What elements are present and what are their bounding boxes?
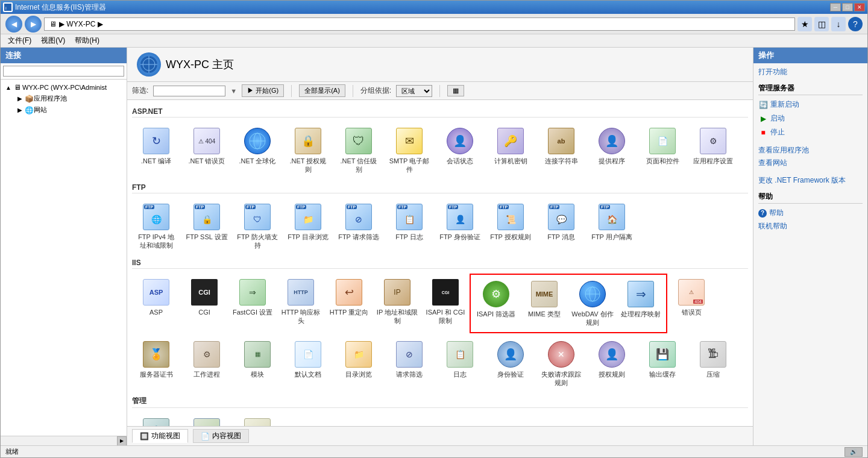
icon-box-connstr: ab xyxy=(547,127,576,155)
action-start[interactable]: ▶ 启动 xyxy=(758,111,863,125)
icon-connstr[interactable]: ab 连接字符串 xyxy=(537,122,585,178)
start-button[interactable]: ▶ 开始(G) xyxy=(242,84,284,97)
tab-feature-view[interactable]: 🔲 功能视图 xyxy=(132,429,188,443)
tree-toggle-server[interactable]: ▲ xyxy=(5,84,13,91)
start-link[interactable]: 启动 xyxy=(770,112,785,125)
icon-net-error[interactable]: ⚠ 404 .NET 错误页 xyxy=(183,122,231,178)
icon-box-ftp-filter: FTP ⊘ xyxy=(344,202,373,231)
tab-content-view[interactable]: 📄 内容视图 xyxy=(193,429,249,443)
action-stop[interactable]: ■ 停止 xyxy=(758,125,863,139)
website-icon: 🌐 xyxy=(25,106,34,114)
filter-input[interactable] xyxy=(153,86,225,96)
icon-module[interactable]: ▦ 模块 xyxy=(233,336,281,392)
icon-mime[interactable]: MIME MIME 类型 xyxy=(520,276,568,331)
view-button[interactable]: ▦ xyxy=(447,85,464,96)
icon-handler[interactable]: ⇒ 处理程序映射 xyxy=(617,276,665,331)
icon-compress[interactable]: 🗜 压缩 xyxy=(689,336,737,392)
icon-ftp-dir[interactable]: FTP 📁 FTP 目录浏览 xyxy=(284,198,332,254)
icon-ftp-log[interactable]: FTP 📋 FTP 日志 xyxy=(385,198,433,254)
online-help-link[interactable]: 联机帮助 xyxy=(758,220,863,233)
close-button[interactable]: ✕ xyxy=(854,3,865,11)
icon-work-process[interactable]: ⚙ 工作进程 xyxy=(183,336,231,392)
icon-box-net-auth: 🔒 xyxy=(294,127,322,155)
action-help[interactable]: ? 帮助 xyxy=(758,206,863,220)
view-apppool-link[interactable]: 查看应用程序池 xyxy=(758,144,863,157)
open-feature-link[interactable]: 打开功能 xyxy=(758,66,863,78)
icon-cfg-editor[interactable]: ✏ 配置编辑器 xyxy=(233,413,281,426)
icon-machinekey[interactable]: 🔑 计算机密钥 xyxy=(486,122,535,178)
icon-smtp[interactable]: ✉ SMTP 电子邮件 xyxy=(385,122,433,178)
forward-button[interactable]: ▶ xyxy=(25,16,42,33)
icon-server-cert[interactable]: 🏅 服务器证书 xyxy=(132,336,180,392)
icon-fastcgi[interactable]: ⇒ FastCGI 设置 xyxy=(228,274,277,321)
delegate-icon: 📋 xyxy=(143,418,169,426)
icon-log[interactable]: 📋 日志 xyxy=(436,336,484,392)
icon-auth[interactable]: 👤 身份验证 xyxy=(486,336,535,392)
icon-error-page[interactable]: ⚠ 404 错误页 xyxy=(667,274,715,321)
tree-toggle-website[interactable]: ▶ xyxy=(17,107,25,113)
restart-link[interactable]: 重新启动 xyxy=(770,98,799,111)
icon-ftp-ipv4[interactable]: FTP 🌐 FTP IPv4 地址和域限制 xyxy=(132,198,180,254)
nav-icon-3[interactable]: ↓ xyxy=(831,17,846,31)
icon-authrule[interactable]: 👤 授权规则 xyxy=(588,336,636,392)
icon-shared-cfg[interactable]: 📁 共享的配置 xyxy=(183,413,231,426)
back-button[interactable]: ◀ xyxy=(5,16,22,33)
icon-net-global[interactable]: .NET 全球化 xyxy=(233,122,281,178)
menu-help[interactable]: 帮助(H) xyxy=(70,34,104,47)
icon-net-trust[interactable]: 🛡 .NET 信任级别 xyxy=(335,122,383,178)
change-net-link[interactable]: 更改 .NET Framework 版本 xyxy=(758,174,863,187)
menu-view[interactable]: 视图(V) xyxy=(36,34,70,47)
icon-session[interactable]: 👤 会话状态 xyxy=(436,122,484,178)
showall-button[interactable]: 全部显示(A) xyxy=(299,84,345,97)
icon-ftp-ssl[interactable]: FTP 🔒 FTP SSL 设置 xyxy=(183,198,231,254)
icon-label-server-cert: 服务器证书 xyxy=(140,370,173,378)
icon-restrict[interactable]: ✕ 失败请求跟踪规则 xyxy=(537,336,585,392)
icon-ftp-firewall[interactable]: FTP 🛡 FTP 防火墙支持 xyxy=(233,198,281,254)
view-website-link[interactable]: 查看网站 xyxy=(758,157,863,169)
icon-dir-browse[interactable]: 📁 目录浏览 xyxy=(335,336,383,392)
sidebar-search-input[interactable] xyxy=(3,66,124,77)
stop-link[interactable]: 停止 xyxy=(770,126,785,139)
icon-cgi[interactable]: CGI CGI xyxy=(180,274,228,321)
icon-ftp-filter[interactable]: FTP ⊘ FTP 请求筛选 xyxy=(335,198,383,254)
icon-http-header[interactable]: HTTP HTTP 响应标头 xyxy=(277,274,325,330)
icon-http-redirect[interactable]: ↩ HTTP 重定向 xyxy=(325,274,373,321)
icon-default-doc[interactable]: 📄 默认文档 xyxy=(284,336,332,392)
tree-item-server[interactable]: ▲ 🖥 WYX-PC (WYX-PC\Administ xyxy=(1,82,127,93)
icon-ip-limit[interactable]: IP IP 地址和域限制 xyxy=(373,274,421,330)
help-link[interactable]: 帮助 xyxy=(769,207,784,219)
icon-asp[interactable]: ASP ASP xyxy=(132,274,180,321)
icon-providers[interactable]: 👤 提供程序 xyxy=(588,122,636,178)
icon-ftp-cert[interactable]: FTP 👤 FTP 身份验证 xyxy=(436,198,484,254)
icon-request-filter[interactable]: ⊘ 请求筛选 xyxy=(385,336,433,392)
minimize-button[interactable]: ─ xyxy=(830,3,841,11)
action-restart[interactable]: 🔄 重新启动 xyxy=(758,98,863,111)
icon-delegate[interactable]: 📋 功能委派 xyxy=(132,413,180,426)
icon-output-cache[interactable]: 💾 输出缓存 xyxy=(638,336,687,392)
icon-appsettings[interactable]: ⚙ 应用程序设置 xyxy=(689,122,737,178)
icon-ftp-user[interactable]: FTP 🏠 FTP 用户隔离 xyxy=(588,198,636,254)
group-select[interactable]: 区域 xyxy=(396,85,432,97)
maximize-button[interactable]: □ xyxy=(842,3,853,11)
tree-item-website[interactable]: ▶ 🌐 网站 xyxy=(1,104,127,116)
address-bar[interactable]: 🖥 ▶ WYX-PC ▶ xyxy=(44,17,795,31)
icon-ftp-message[interactable]: FTP 💬 FTP 消息 xyxy=(537,198,585,254)
icon-isapi-cgi[interactable]: CGI ISAPI 和 CGI 限制 xyxy=(421,274,470,330)
icon-label-ftp-log: FTP 日志 xyxy=(395,233,423,241)
icon-ftp-authrule[interactable]: FTP 📜 FTP 授权规则 xyxy=(486,198,535,254)
help-nav-icon[interactable]: ? xyxy=(848,17,863,31)
sidebar-scrollbar[interactable]: ▶ xyxy=(1,436,127,445)
menu-file[interactable]: 文件(F) xyxy=(3,34,36,47)
icon-net-compile[interactable]: ↻ .NET 编译 xyxy=(132,122,180,178)
icon-box-auth: 👤 xyxy=(496,340,525,369)
favorites-icon[interactable]: ★ xyxy=(797,17,812,31)
icon-net-auth[interactable]: 🔒 .NET 授权规则 xyxy=(284,122,332,178)
icon-label-ftp-firewall: FTP 防火墙支持 xyxy=(236,233,278,250)
nav-icon-2[interactable]: ◫ xyxy=(814,17,829,31)
icon-webdav[interactable]: WebDAV 创作规则 xyxy=(568,276,617,331)
icon-isapi-filter[interactable]: ⚙ ISAPI 筛选器 xyxy=(472,276,520,331)
icon-pagecontrol[interactable]: 📄 页面和控件 xyxy=(638,122,687,178)
tree-item-apppool[interactable]: ▶ 📦 应用程序池 xyxy=(1,93,127,104)
icon-box-default-doc: 📄 xyxy=(294,340,322,369)
tree-toggle-apppool[interactable]: ▶ xyxy=(17,95,25,102)
